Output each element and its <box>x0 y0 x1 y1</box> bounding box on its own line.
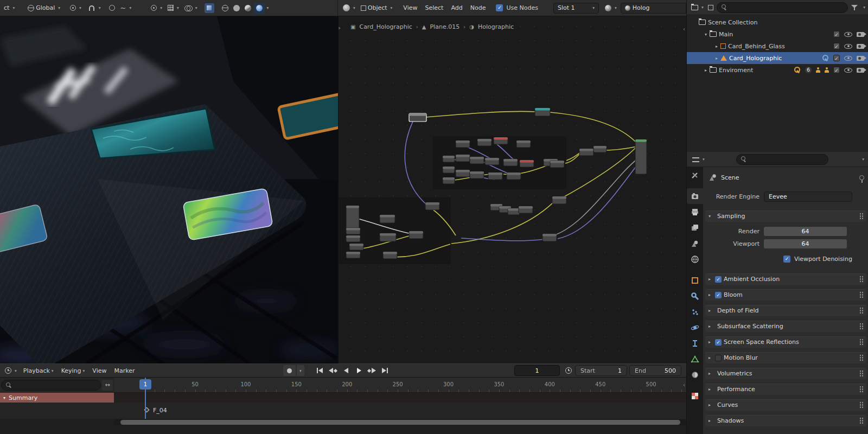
outliner-row-card-holographic[interactable]: ▸Card_Holographic✓ <box>687 52 868 64</box>
jump-to-end-button[interactable] <box>379 365 391 376</box>
previous-keyframe-button[interactable] <box>327 365 339 376</box>
panel-drag-handle[interactable] <box>859 276 863 283</box>
material-name-field[interactable]: Holog <box>621 3 686 14</box>
disable-render-camera-icon[interactable] <box>857 56 864 61</box>
tab-constraints-tab[interactable] <box>687 335 703 351</box>
shader-node[interactable] <box>488 173 502 180</box>
menu-marker[interactable]: Marker <box>110 365 138 376</box>
menu-add[interactable]: Add <box>447 2 466 14</box>
xray-toggle[interactable] <box>205 3 214 13</box>
disable-render-camera-icon[interactable] <box>857 68 864 73</box>
menu-node[interactable]: Node <box>467 2 490 14</box>
shader-node[interactable] <box>409 231 423 239</box>
panel-sampling[interactable]: ▾ Sampling <box>705 210 866 222</box>
tab-object-data-tab[interactable] <box>687 351 703 367</box>
node-graph-canvas[interactable] <box>339 16 686 363</box>
shader-node[interactable] <box>380 233 396 241</box>
record-button[interactable] <box>283 365 296 376</box>
shader-node[interactable] <box>542 234 557 241</box>
shader-node[interactable] <box>470 171 484 178</box>
filter-icon[interactable] <box>851 4 858 11</box>
panel-volumetrics[interactable]: ▸Volumetrics <box>705 368 866 379</box>
chevron-down-icon[interactable]: ▾ <box>863 5 865 10</box>
shader-node[interactable] <box>535 108 550 116</box>
disclosure-triangle[interactable]: ▸ <box>702 68 710 73</box>
shader-node[interactable] <box>383 252 397 259</box>
shader-type-dropdown[interactable]: Object ▾ <box>358 2 395 14</box>
menu-select[interactable]: Select <box>421 2 447 14</box>
panel-drag-handle[interactable] <box>859 307 863 314</box>
play-button[interactable] <box>353 365 365 376</box>
render-samples-field[interactable]: 64 <box>764 227 847 236</box>
editor-type-dropdown[interactable]: ▾ <box>690 2 705 14</box>
timeline-scrollbar-thumb[interactable] <box>120 420 680 425</box>
shader-node[interactable] <box>380 215 395 223</box>
shader-node[interactable] <box>503 159 518 166</box>
shader-node[interactable] <box>579 149 593 156</box>
viewport-samples-field[interactable]: 64 <box>764 239 847 248</box>
proportional-falloff-dropdown[interactable]: ~▾ <box>118 2 135 14</box>
panel-motion-blur[interactable]: ▸Motion Blur <box>705 352 866 363</box>
panel-subsurface-scattering[interactable]: ▸Subsurface Scattering <box>705 321 866 332</box>
panel-drag-handle[interactable] <box>859 354 863 361</box>
tab-material-tab[interactable] <box>687 367 703 382</box>
shader-node-editor[interactable]: ‹› ▣ Card_Holographic › ▲ Plane.015 › ◑ … <box>338 16 686 363</box>
browse-material-dropdown[interactable]: ▾ <box>602 2 620 14</box>
slot-dropdown[interactable]: Slot 1▾ <box>553 3 599 14</box>
shader-node[interactable] <box>456 155 470 162</box>
pivot-point-dropdown[interactable]: ▾ <box>67 2 84 14</box>
menu-view[interactable]: View <box>399 2 421 14</box>
tab-world-tab[interactable] <box>687 251 703 267</box>
mode-dropdown-truncated[interactable]: ct▾ <box>1 2 17 14</box>
shader-node[interactable] <box>425 202 439 210</box>
hide-eye-icon[interactable] <box>844 44 852 49</box>
viewport-denoising-checkbox[interactable]: ✓ <box>783 256 790 263</box>
tab-particles-tab[interactable] <box>687 304 703 320</box>
tab-physics-tab[interactable] <box>687 320 703 335</box>
checkbox[interactable] <box>715 355 722 361</box>
frame-start-field[interactable]: Start1 <box>575 365 627 376</box>
shader-node[interactable] <box>552 196 566 204</box>
properties-search-input[interactable] <box>736 154 828 165</box>
tab-output-tab[interactable] <box>687 204 703 220</box>
panel-drag-handle[interactable] <box>859 323 863 330</box>
panel-drag-handle[interactable] <box>859 213 863 220</box>
timeline-scrollbar[interactable] <box>114 419 686 425</box>
shader-node[interactable] <box>516 141 531 148</box>
shading-dropdown[interactable]: ▾ <box>267 5 269 10</box>
panel-bloom[interactable]: ▸✓Bloom <box>705 289 866 301</box>
shader-node[interactable] <box>508 208 520 215</box>
outliner-row-scene-collection[interactable]: Scene Collection <box>687 16 868 28</box>
panel-drag-handle[interactable] <box>859 339 863 346</box>
shader-node[interactable] <box>346 206 359 231</box>
shader-node[interactable] <box>346 228 360 234</box>
disclosure-triangle[interactable]: ▸ <box>713 56 720 61</box>
record-dropdown[interactable]: ▾ <box>297 365 304 376</box>
tab-modifiers-tab[interactable] <box>687 288 703 304</box>
panel-drag-handle[interactable] <box>859 291 863 298</box>
transform-orientation-dropdown[interactable]: Global ▾ <box>25 2 63 14</box>
panel-shadows[interactable]: ▸Shadows <box>705 415 866 426</box>
menu-playback[interactable]: Playback▾ <box>20 365 58 376</box>
tab-view-layer-tab[interactable] <box>687 220 703 235</box>
panel-screen-space-reflections[interactable]: ▸✓Screen Space Reflections <box>705 336 866 348</box>
frame-end-field[interactable]: End500 <box>629 365 681 376</box>
editor-type-dropdown[interactable]: ▾ <box>691 154 706 165</box>
disclosure-triangle[interactable]: ▾ <box>3 395 5 400</box>
editor-type-dropdown[interactable]: ▾ <box>2 365 20 376</box>
shader-node[interactable] <box>443 167 455 173</box>
panel-ambient-occlusion[interactable]: ▸✓Ambient Occlusion <box>705 273 866 285</box>
shader-node[interactable] <box>635 139 647 174</box>
shader-node[interactable] <box>456 170 470 177</box>
hide-eye-icon[interactable] <box>844 32 852 37</box>
menu-view[interactable]: View <box>88 365 110 376</box>
shading-material-button[interactable] <box>242 3 253 14</box>
shader-node[interactable] <box>443 156 455 162</box>
snap-dropdown[interactable]: ▾ <box>99 5 101 10</box>
panel-drag-handle[interactable] <box>859 401 863 409</box>
panel-drag-handle[interactable] <box>859 417 863 424</box>
shader-node[interactable] <box>494 137 508 144</box>
chevron-down-icon[interactable]: ▾ <box>862 157 864 162</box>
hide-eye-icon[interactable] <box>844 68 852 73</box>
editor-type-dropdown[interactable]: ▾ <box>340 2 358 14</box>
